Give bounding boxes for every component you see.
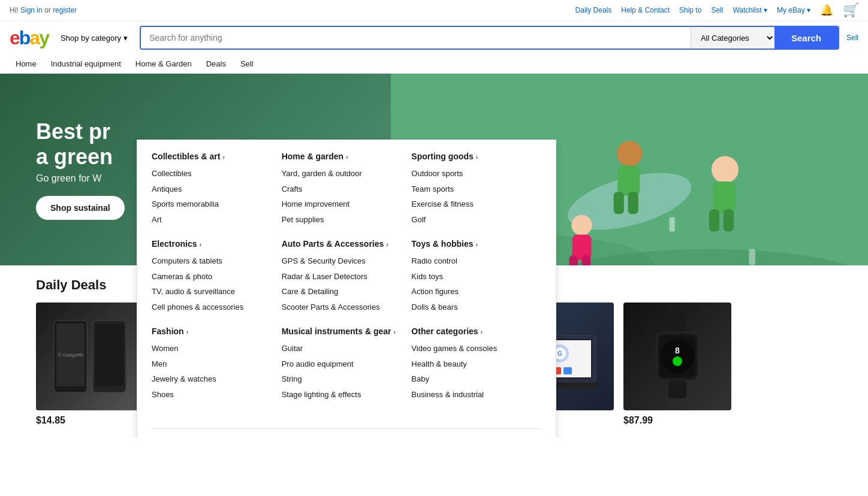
nav-item-deals[interactable]: Deals	[200, 55, 232, 73]
dropdown-item-pet-supplies[interactable]: Pet supplies	[282, 212, 400, 228]
dropdown-section-other: Other categories › Video games & console…	[411, 326, 529, 402]
collectibles-art-title[interactable]: Collectibles & art ›	[152, 152, 270, 161]
search-button[interactable]: Search	[774, 27, 838, 49]
nav-item-home[interactable]: Home	[10, 55, 43, 73]
main-content: Collectibles & art › Collectibles Antiqu…	[0, 74, 868, 438]
dropdown-item-women[interactable]: Women	[152, 341, 270, 356]
dropdown-item-guitar[interactable]: Guitar	[282, 341, 400, 356]
fashion-title[interactable]: Fashion ›	[152, 326, 270, 336]
dropdown-item-radio-control[interactable]: Radio control	[411, 253, 529, 269]
dropdown-item-string[interactable]: String	[282, 371, 400, 387]
dropdown-item-baby[interactable]: Baby	[411, 371, 529, 387]
dropdown-item-outdoor-sports[interactable]: Outdoor sports	[411, 166, 529, 182]
help-contact-link[interactable]: Help & Contact	[621, 6, 670, 14]
shop-by-category-button[interactable]: Shop by category ▾	[56, 29, 132, 47]
bell-icon[interactable]: 🔔	[820, 4, 833, 17]
dropdown-item-exercise-fitness[interactable]: Exercise & fitness	[411, 196, 529, 212]
dropdown-section-auto-parts: Auto Parts & Accessories › GPS & Securit…	[282, 239, 400, 314]
dropdown-item-men[interactable]: Men	[152, 356, 270, 372]
search-input[interactable]	[141, 27, 691, 49]
watchlist-label: Watchlist	[733, 6, 761, 14]
svg-rect-5	[669, 217, 674, 232]
dropdown-item-art[interactable]: Art	[152, 212, 270, 228]
sell-link[interactable]: Sell	[711, 6, 723, 14]
dropdown-item-tv-audio[interactable]: TV, audio & surveillance	[152, 284, 270, 300]
sporting-goods-arrow: ›	[476, 153, 478, 161]
deal-card-6[interactable]: 8 $87.99	[623, 303, 731, 426]
dropdown-item-crafts[interactable]: Crafts	[282, 182, 400, 197]
auto-parts-title[interactable]: Auto Parts & Accessories ›	[282, 239, 400, 249]
dropdown-item-action-figures[interactable]: Action figures	[411, 284, 529, 300]
dropdown-item-kids-toys[interactable]: Kids toys	[411, 269, 529, 285]
signin-link[interactable]: Sign in	[20, 6, 43, 14]
svg-rect-67	[668, 380, 686, 398]
dropdown-item-cameras-photo[interactable]: Cameras & photo	[152, 269, 270, 285]
toys-arrow: ›	[475, 241, 478, 248]
dropdown-item-team-sports[interactable]: Team sports	[411, 182, 529, 197]
home-garden-title[interactable]: Home & garden ›	[282, 152, 400, 161]
dropdown-item-shoes[interactable]: Shoes	[152, 387, 270, 403]
svg-text:G: G	[557, 350, 562, 357]
dropdown-section-toys: Toys & hobbies › Radio control Kids toys…	[411, 239, 529, 314]
nav-item-sell[interactable]: Sell	[234, 55, 260, 73]
sporting-goods-title[interactable]: Sporting goods ›	[411, 152, 529, 161]
dropdown-item-gps-security[interactable]: GPS & Security Devices	[282, 253, 400, 269]
nav-item-industrial[interactable]: Industrial equipment	[45, 55, 127, 73]
deal-card-1[interactable]: © Gadgetfix $14.85	[36, 303, 144, 426]
my-ebay-chevron: ▾	[807, 6, 810, 14]
my-ebay-link[interactable]: My eBay ▾	[777, 6, 810, 14]
see-all-categories: See all categories ›	[152, 428, 541, 438]
ship-to-link[interactable]: Ship to	[679, 6, 701, 14]
category-dropdown: Collectibles & art › Collectibles Antiqu…	[137, 140, 556, 438]
svg-point-16	[712, 156, 739, 183]
dropdown-item-computers-tablets[interactable]: Computers & tablets	[152, 253, 270, 269]
watchlist-link[interactable]: Watchlist ▾	[733, 6, 767, 14]
dropdown-item-yard-garden[interactable]: Yard, garden & outdoor	[282, 166, 400, 182]
deal-price-1: $14.85	[36, 415, 144, 426]
dropdown-item-golf[interactable]: Golf	[411, 212, 529, 228]
dropdown-item-dolls-bears[interactable]: Dolls & bears	[411, 300, 529, 315]
electronics-title[interactable]: Electronics ›	[152, 239, 270, 249]
svg-rect-22	[569, 255, 578, 265]
dropdown-section-fashion: Fashion › Women Men Jewelry & watches Sh…	[152, 326, 270, 402]
dropdown-item-jewelry-watches[interactable]: Jewelry & watches	[152, 371, 270, 387]
category-select[interactable]: All Categories	[691, 27, 774, 49]
top-bar-left: Hi! Sign in or register	[10, 6, 575, 14]
dropdown-item-antiques[interactable]: Antiques	[152, 182, 270, 197]
dropdown-item-pro-audio[interactable]: Pro audio equipment	[282, 356, 400, 372]
dropdown-item-home-improvement[interactable]: Home improvement	[282, 196, 400, 212]
dropdown-item-sports-memorabilia[interactable]: Sports memorabilia	[152, 196, 270, 212]
dropdown-item-health-beauty[interactable]: Health & beauty	[411, 356, 529, 372]
dropdown-item-collectibles[interactable]: Collectibles	[152, 166, 270, 182]
header: ebay Shop by category ▾ All Categories S…	[0, 21, 868, 55]
advanced-search-link[interactable]: Sell	[846, 34, 858, 42]
svg-rect-15	[628, 192, 638, 214]
svg-point-20	[571, 215, 592, 236]
musical-title[interactable]: Musical instruments & gear ›	[282, 326, 400, 336]
register-link[interactable]: register	[53, 6, 77, 14]
svg-rect-23	[581, 255, 590, 265]
dropdown-item-cell-phones[interactable]: Cell phones & accessories	[152, 300, 270, 315]
cart-icon[interactable]: 🛒	[843, 2, 858, 18]
daily-deals-link[interactable]: Daily Deals	[575, 6, 612, 14]
dropdown-section-musical: Musical instruments & gear › Guitar Pro …	[282, 326, 400, 402]
dropdown-item-business-industrial[interactable]: Business & industrial	[411, 387, 529, 403]
dropdown-item-radar-laser[interactable]: Radar & Laser Detectors	[282, 269, 400, 285]
top-bar-right: Daily Deals Help & Contact Ship to Sell …	[575, 2, 858, 18]
hero-subtext: Go green for W	[36, 173, 125, 184]
logo-b: b	[19, 27, 30, 49]
hero-cta-button[interactable]: Shop sustainal	[36, 196, 125, 220]
or-text: or	[44, 6, 53, 14]
toys-hobbies-title[interactable]: Toys & hobbies ›	[411, 239, 529, 249]
dropdown-section-collectibles: Collectibles & art › Collectibles Antiqu…	[152, 152, 270, 227]
other-categories-title[interactable]: Other categories ›	[411, 326, 529, 336]
dropdown-item-video-games[interactable]: Video games & consoles	[411, 341, 529, 356]
nav-item-home-garden[interactable]: Home & Garden	[129, 55, 198, 73]
dropdown-item-care-detailing[interactable]: Care & Detailing	[282, 284, 400, 300]
fashion-arrow: ›	[186, 328, 189, 335]
greeting-text: Hi!	[10, 6, 20, 14]
dropdown-item-scooter-parts[interactable]: Scooter Parts & Accessories	[282, 300, 400, 315]
dropdown-item-stage-lighting[interactable]: Stage lighting & effects	[282, 387, 400, 403]
svg-rect-17	[713, 182, 735, 213]
ebay-logo[interactable]: ebay	[10, 27, 49, 49]
